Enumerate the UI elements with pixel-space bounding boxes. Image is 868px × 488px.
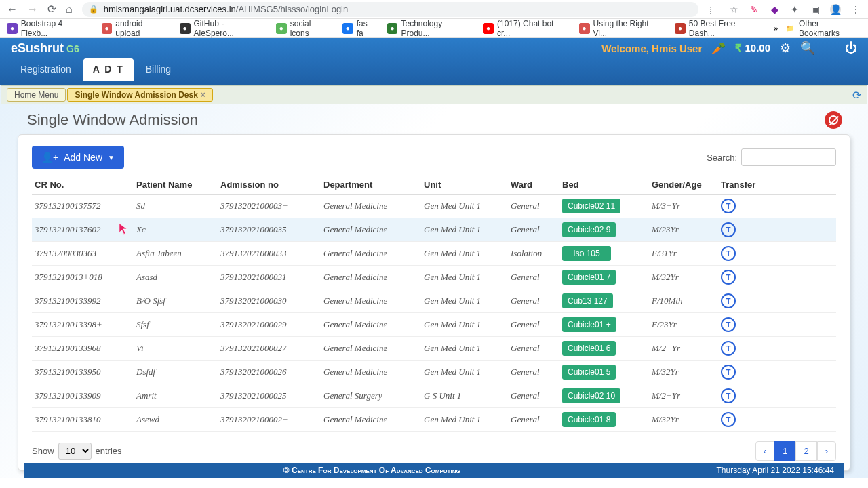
wallet-amount: ₹ 10.00 xyxy=(735,42,770,54)
cell-patient-name: Sfsf xyxy=(134,313,218,337)
table-row[interactable]: 37913210013398+ Sfsf 379132021000029 Gen… xyxy=(32,313,836,337)
table-row[interactable]: 379132100133909 Amrit 379132021000025 Ge… xyxy=(32,384,836,408)
add-new-button[interactable]: 👤+ Add New ▼ xyxy=(32,146,124,169)
table-row[interactable]: 379132100133810 Asewd 37913202100002+ Ge… xyxy=(32,408,836,432)
cell-ward: General xyxy=(508,337,559,361)
transfer-button[interactable]: T xyxy=(721,317,736,332)
profile-icon[interactable]: 👤 xyxy=(830,4,841,15)
transfer-button[interactable]: T xyxy=(721,222,736,237)
cell-unit: Gen Med Unit 1 xyxy=(421,218,508,242)
brand-logo: eSushrutG6 xyxy=(11,41,79,56)
next-page[interactable]: › xyxy=(817,441,836,461)
table-row[interactable]: 379132100133968 Vi 379132021000027 Gener… xyxy=(32,337,836,361)
cell-unit: Gen Med Unit 1 xyxy=(421,313,508,337)
table-row[interactable]: 37913210013+018 Asasd 379132021000031 Ge… xyxy=(32,266,836,289)
puzzle-icon[interactable]: ✦ xyxy=(789,4,800,15)
prev-page[interactable]: ‹ xyxy=(755,441,774,461)
cell-admission-no: 379132021000027 xyxy=(218,337,321,361)
bookmark-item[interactable]: ●Bootstrap 4 Flexb... xyxy=(7,19,91,38)
column-header[interactable]: Patient Name xyxy=(134,176,218,195)
bed-badge: Cubicle02 9 xyxy=(562,222,616,237)
bookmark-item[interactable]: ●50 Best Free Dash... xyxy=(675,19,762,38)
bookmark-item[interactable]: ●fas fa xyxy=(342,19,376,38)
cell-ward: General xyxy=(508,289,559,313)
refresh-icon[interactable]: ⟳ xyxy=(852,89,861,102)
cell-crno: 37913200030363 xyxy=(32,242,134,266)
column-header[interactable]: Bed xyxy=(559,176,649,195)
transfer-button[interactable]: T xyxy=(721,341,736,356)
cell-department: General Medicine xyxy=(321,289,421,313)
cell-ward: General xyxy=(508,195,559,218)
bookmark-item[interactable]: ●Technology Produ... xyxy=(387,19,473,38)
cell-department: General Medicine xyxy=(321,266,421,289)
cell-admission-no: 379132021000035 xyxy=(218,218,321,242)
cell-transfer: T xyxy=(718,195,836,218)
main-tab-registration[interactable]: Registration xyxy=(11,58,81,81)
column-header[interactable]: Ward xyxy=(508,176,559,195)
search-input[interactable] xyxy=(741,148,836,166)
cell-admission-no: 379132021000031 xyxy=(218,266,321,289)
cell-bed: Cubicle01 + xyxy=(559,313,649,337)
column-header[interactable]: Admission no xyxy=(218,176,321,195)
table-row[interactable]: 37913200030363 Asfia Jabeen 379132021000… xyxy=(32,242,836,266)
transfer-button[interactable]: T xyxy=(721,270,736,285)
bookmark-item[interactable]: ●GitHub - AleSpero... xyxy=(180,19,265,38)
table-row[interactable]: 379132100133950 Dsfdf 379132021000026 Ge… xyxy=(32,361,836,384)
table-row[interactable]: 379132100137602 Xc 379132021000035 Gener… xyxy=(32,218,836,242)
gear-icon[interactable]: ⚙ xyxy=(780,41,791,56)
back-icon[interactable]: ← xyxy=(7,3,18,16)
page-title: Single Window Admission xyxy=(27,111,198,129)
search-icon[interactable]: 🔍 xyxy=(800,41,815,56)
transfer-button[interactable]: T xyxy=(721,293,736,308)
tab-single-window-admission[interactable]: Single Window Admission Desk× xyxy=(67,88,213,102)
tab-home-menu[interactable]: Home Menu xyxy=(7,88,66,102)
panel-icon[interactable]: ▣ xyxy=(810,4,821,15)
column-header[interactable]: Gender/Age xyxy=(649,176,718,195)
cell-department: General Medicine xyxy=(321,337,421,361)
cell-admission-no: 379132021000029 xyxy=(218,313,321,337)
more-bookmarks-icon[interactable]: » xyxy=(774,24,778,33)
cell-ward: General xyxy=(508,408,559,432)
transfer-button[interactable]: T xyxy=(721,199,736,214)
bookmark-item[interactable]: ●social icons xyxy=(276,19,332,38)
cell-ward: General xyxy=(508,313,559,337)
page-1[interactable]: 1 xyxy=(774,441,795,461)
transfer-button[interactable]: T xyxy=(721,246,736,261)
url-bar[interactable]: 🔒 hmismangalagiri.uat.dcservices.in/AHIM… xyxy=(82,2,698,17)
cancel-button[interactable] xyxy=(825,111,842,129)
table-row[interactable]: 379132100133992 B/O Sfsf 379132021000030… xyxy=(32,289,836,313)
cell-unit: Gen Med Unit 1 xyxy=(421,408,508,432)
bookmark-item[interactable]: ●(1017) Chat bot cr... xyxy=(483,19,568,38)
extension-icon[interactable]: ◆ xyxy=(769,4,780,15)
bookmark-item[interactable]: ●android upload xyxy=(102,19,169,38)
cell-admission-no: 379132021000033 xyxy=(218,242,321,266)
home-icon[interactable]: ⌂ xyxy=(66,3,73,16)
install-icon[interactable]: ⬚ xyxy=(708,4,719,15)
other-bookmarks[interactable]: 📁Other Bookmarks xyxy=(785,19,861,38)
cell-transfer: T xyxy=(718,289,836,313)
column-header[interactable]: Unit xyxy=(421,176,508,195)
column-header[interactable]: CR No. xyxy=(32,176,134,195)
page-2[interactable]: 2 xyxy=(795,441,816,461)
reload-icon[interactable]: ⟳ xyxy=(47,3,56,16)
close-icon[interactable]: × xyxy=(201,90,205,100)
transfer-button[interactable]: T xyxy=(721,412,736,427)
column-header[interactable]: Transfer xyxy=(718,176,836,195)
footer-timestamp: Thursday April 21 2022 15:46:44 xyxy=(717,466,841,475)
entries-select[interactable]: 10 xyxy=(58,443,92,460)
cell-patient-name: Asewd xyxy=(134,408,218,432)
transfer-button[interactable]: T xyxy=(721,388,736,403)
transfer-button[interactable]: T xyxy=(721,365,736,380)
table-row[interactable]: 379132100137572 Sd 37913202100003+ Gener… xyxy=(32,195,836,218)
cell-patient-name: Sd xyxy=(134,195,218,218)
main-tab-adt[interactable]: A D T xyxy=(83,58,134,81)
menu-icon[interactable]: ⋮ xyxy=(850,4,861,15)
wallet-icon[interactable]: 🥕 xyxy=(711,41,726,56)
main-tab-billing[interactable]: Billing xyxy=(136,58,180,81)
bookmark-item[interactable]: ●Using the Right Vi... xyxy=(579,19,664,38)
cell-transfer: T xyxy=(718,266,836,289)
column-header[interactable]: Department xyxy=(321,176,421,195)
power-icon[interactable]: ⏻ xyxy=(845,41,857,56)
pen-icon[interactable]: ✎ xyxy=(749,4,760,15)
star-icon[interactable]: ☆ xyxy=(728,4,739,15)
